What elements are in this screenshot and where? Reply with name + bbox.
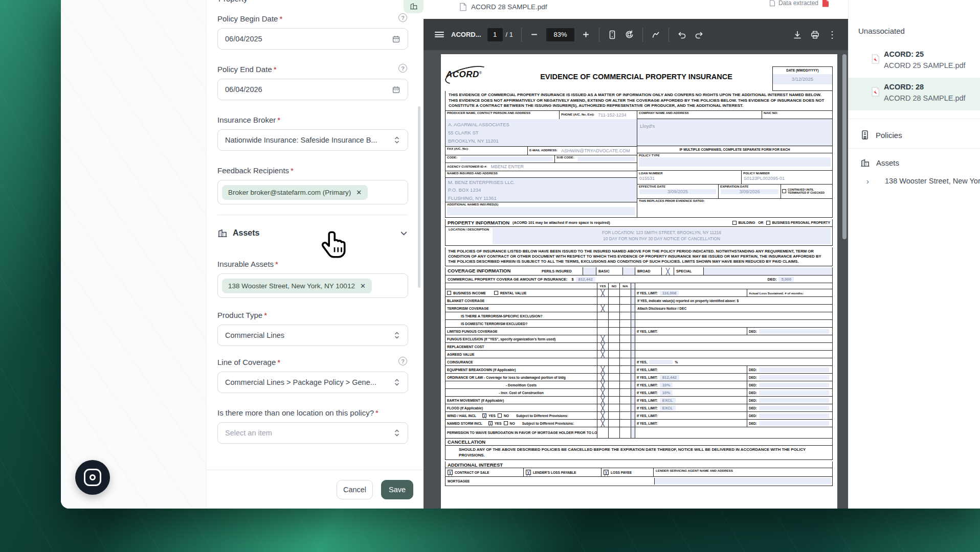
- insurance-broker-label: Insurance Broker*: [217, 116, 280, 124]
- chat-logo-icon: [84, 469, 101, 486]
- insurance-broker-select[interactable]: Nationwide Insurance: Safeside Insurance…: [217, 129, 408, 151]
- page-count-label: / 1: [506, 31, 513, 38]
- product-type-label: Product Type*: [217, 311, 267, 319]
- file-item-acord-28[interactable]: ACORD: 28 ACORD 28 SAMPLE.pdf: [849, 78, 980, 110]
- insurable-assets-label: Insurable Assets*: [217, 260, 278, 268]
- coverage-row: - Incr. Cost of Construction╳If YES, LIM…: [446, 388, 832, 396]
- policy-end-date-input[interactable]: 06/04/2026: [217, 79, 408, 100]
- insurable-assets-input[interactable]: 138 Wooster Street, New York, NY 10012 ✕: [217, 273, 408, 298]
- line-of-coverage-select[interactable]: Commercial Lines > Package Policy > Gene…: [217, 372, 408, 393]
- pdf-red-icon: [821, 0, 830, 8]
- coverage-label: LIMITED FUNGUS COVERAGE: [446, 328, 597, 335]
- product-type-select[interactable]: Commercial Lines: [217, 325, 408, 346]
- coverage-row: NAMED STORM INCL╳YESNOSubject to Differe…: [446, 419, 832, 427]
- line-of-coverage-help-icon[interactable]: ?: [398, 357, 407, 365]
- pdf-page: ACORD® EVIDENCE OF COMMERCIAL PROPERTY I…: [441, 54, 837, 509]
- zoom-in-button[interactable]: [577, 26, 595, 43]
- chevron-down-icon[interactable]: [399, 229, 408, 238]
- coverage-label: IS THERE A TERRORISM-SPECIFIC EXCLUSION?: [446, 312, 597, 319]
- coverage-label: - Demolition Costs: [446, 381, 597, 388]
- documents-panel: Unassociated ACORD: 25 ACORD 25 SAMPLE.p…: [848, 0, 980, 509]
- multi-location-label: Is there more than one location on this …: [217, 408, 378, 417]
- acord-title: EVIDENCE OF COMMERCIAL PROPERTY INSURANC…: [506, 73, 766, 81]
- cancel-button[interactable]: Cancel: [337, 480, 373, 499]
- redo-button[interactable]: [691, 26, 708, 43]
- undo-button[interactable]: [673, 26, 691, 43]
- coverage-label: AGREED VALUE: [446, 351, 597, 358]
- open-file-tab[interactable]: ACORD 28 SAMPLE.pdf: [459, 3, 547, 11]
- coverage-row: COINSURANCEIf YES,%: [446, 358, 832, 365]
- chip-remove-icon[interactable]: ✕: [356, 189, 362, 196]
- coverage-row: LIMITED FUNGUS COVERAGEIf YES, LIMIT:DED…: [446, 327, 832, 335]
- acord-date-box: DATE (MM/DD/YYYY) 3/12/2025: [772, 66, 833, 91]
- coverage-label: WIND / HAIL INCL╳YESNOSubject to Differe…: [446, 412, 597, 419]
- left-backdrop: [61, 0, 206, 509]
- pdf-file-icon: [871, 87, 880, 97]
- toolbar-filename: ACORD...: [451, 31, 481, 38]
- feedback-recipients-label: Feedback Recipients*: [217, 166, 294, 175]
- download-button[interactable]: [789, 26, 806, 43]
- select-caret-icon: [393, 378, 400, 386]
- desktop-background: Property Policy Begin Date* ? 06/04/2025…: [0, 0, 980, 552]
- policy-begin-help-icon[interactable]: ?: [398, 13, 407, 22]
- asset-chip[interactable]: 138 Wooster Street, New York, NY 10012 ✕: [222, 279, 372, 293]
- acord-disclaimer: THIS EVIDENCE OF COMMERCIAL PROPERTY INS…: [445, 91, 833, 111]
- save-button[interactable]: Save: [381, 480, 413, 499]
- coverage-label: BLANKET COVERAGE: [446, 297, 597, 304]
- asset-item-wooster[interactable]: › 138 Wooster Street, New Yor: [849, 174, 980, 188]
- coverage-row: WIND / HAIL INCL╳YESNOSubject to Differe…: [446, 411, 832, 419]
- chip-remove-icon[interactable]: ✕: [360, 282, 366, 290]
- multi-location-select[interactable]: Select an item: [217, 422, 408, 444]
- select-caret-icon: [393, 429, 400, 437]
- property-icon-button[interactable]: [404, 0, 424, 13]
- policy-end-help-icon[interactable]: ?: [398, 64, 407, 73]
- coverage-label: PERMISSION TO WAIVE SUBROGATION IN FAVOR…: [446, 427, 597, 438]
- coverage-row: PERMISSION TO WAIVE SUBROGATION IN FAVOR…: [446, 427, 832, 438]
- coverage-label: ORDINANCE OR LAW - Coverage for loss to …: [446, 374, 597, 381]
- coverage-row: ORDINANCE OR LAW - Coverage for loss to …: [446, 373, 832, 381]
- print-button[interactable]: [806, 26, 823, 43]
- coverage-row: TERRORISM COVERAGE╳Attach Disclosure Not…: [446, 304, 832, 312]
- coverage-row: FUNGUS EXCLUSION (If "YES", specify orga…: [446, 335, 832, 342]
- building-icon: [217, 228, 228, 238]
- policies-note: THE POLICIES OF INSURANCE LISTED BELOW H…: [445, 247, 833, 266]
- coverage-information: COVERAGE INFORMATION PERILS INSURED BASI…: [445, 267, 833, 439]
- coverage-label: EQUIPMENT BREAKDOWN (If Applicable): [446, 366, 597, 373]
- calendar-icon[interactable]: [392, 35, 400, 43]
- fit-page-button[interactable]: [604, 26, 621, 43]
- building-icon: [860, 158, 870, 168]
- coverage-label: NAMED STORM INCL╳YESNOSubject to Differe…: [446, 420, 597, 427]
- assets-section[interactable]: Assets: [849, 152, 980, 173]
- more-options-icon[interactable]: ⋮: [823, 26, 841, 43]
- pdf-scrollbar[interactable]: [842, 54, 847, 239]
- unassociated-header: Unassociated: [858, 27, 905, 35]
- insured-address: M. BENZ ENTERPRISES LLC.P.O. BOX 1234FLU…: [446, 177, 637, 202]
- feedback-recipients-input[interactable]: Broker broker@statefarm.com (Primary) ✕: [217, 180, 408, 204]
- page-number-input[interactable]: 1: [487, 28, 503, 41]
- form-scrollbar[interactable]: [418, 106, 420, 288]
- assets-section-header[interactable]: Assets: [217, 228, 408, 238]
- producer-address: A. AGARWAL ASSOCIATES55 CLARK STBROOKLYN…: [446, 119, 637, 146]
- recipient-chip[interactable]: Broker broker@statefarm.com (Primary) ✕: [222, 185, 368, 200]
- menu-icon[interactable]: [431, 26, 448, 43]
- coverage-label: COINSURANCE: [446, 358, 597, 365]
- chat-widget-button[interactable]: [75, 460, 110, 495]
- coverage-label: - Incr. Cost of Construction: [446, 389, 597, 396]
- data-extracted-status: Data extracted: [769, 0, 830, 8]
- calendar-icon[interactable]: [392, 85, 400, 94]
- coverage-row: BLANKET COVERAGEIf YES, indicate value(s…: [446, 296, 832, 304]
- zoom-level-input[interactable]: 83%: [546, 28, 574, 41]
- rotate-button[interactable]: [621, 26, 638, 43]
- coverage-label: BUSINESS INCOMERENTAL VALUE: [446, 289, 597, 296]
- pdf-file-icon: [871, 54, 880, 64]
- line-of-coverage-label: Line of Coverage*: [217, 358, 280, 366]
- form-footer: Cancel Save: [207, 470, 424, 509]
- coverage-row: IS DOMESTIC TERRORISM EXCLUDED?: [446, 319, 832, 327]
- policies-section[interactable]: Policies: [849, 125, 980, 145]
- file-item-acord-25[interactable]: ACORD: 25 ACORD 25 SAMPLE.pdf: [849, 45, 980, 78]
- zoom-out-button[interactable]: [526, 26, 543, 43]
- pdf-canvas: ACORD® EVIDENCE OF COMMERCIAL PROPERTY I…: [424, 50, 848, 509]
- annotate-pen-icon[interactable]: [647, 26, 664, 43]
- chevron-right-icon[interactable]: ›: [866, 177, 869, 186]
- policy-begin-date-input[interactable]: 06/04/2025: [217, 28, 408, 50]
